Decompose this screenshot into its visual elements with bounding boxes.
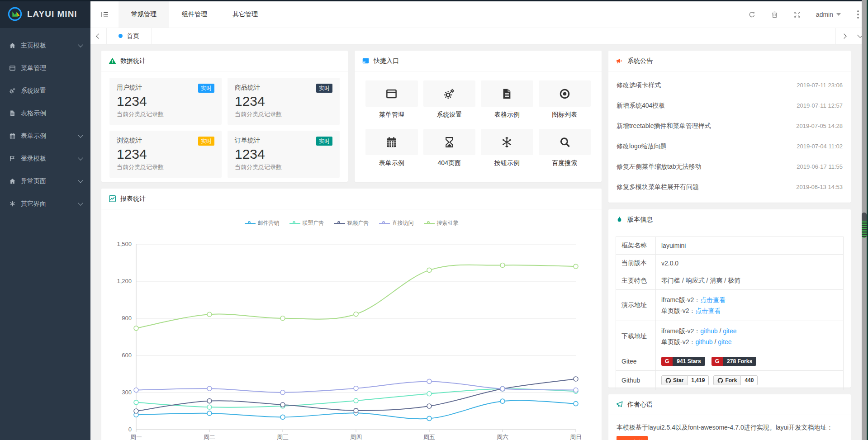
header-tab-组件管理[interactable]: 组件管理 (169, 1, 220, 28)
quick-entry-表单示例[interactable]: 表单示例 (365, 129, 418, 167)
link-github[interactable]: github (700, 327, 717, 335)
tab-home-label: 首页 (127, 32, 139, 40)
chevron-down-icon (78, 200, 83, 205)
github-count: 440 (741, 375, 758, 385)
sidebar-item-其它界面[interactable]: 其它界面 (0, 193, 90, 215)
version-row-当前版本: 当前版本v2.0.0 (616, 255, 844, 272)
panel-header: 数据统计 (101, 51, 348, 71)
quick-entry-按钮示例[interactable]: 按钮示例 (481, 129, 533, 167)
sidebar-item-菜单管理[interactable]: 菜单管理 (0, 57, 90, 80)
legend-item-视频广告[interactable]: 视频广告 (334, 219, 369, 227)
svg-text:0: 0 (128, 426, 132, 433)
notice-row[interactable]: 修复左侧菜单缩放tab无法移动2019-06-17 11:55 (617, 156, 843, 177)
quick-entry-图标列表[interactable]: 图标列表 (539, 80, 591, 119)
link-点击查看[interactable]: 点击查看 (695, 307, 721, 314)
chevron-down-icon (78, 155, 83, 160)
notice-row[interactable]: 修改选项卡样式2019-07-11 23:06 (617, 75, 843, 95)
quick-entry-系统设置[interactable]: 系统设置 (423, 80, 476, 119)
system-notice-panel: 系统公告 修改选项卡样式2019-07-11 23:06新增系统404模板201… (608, 51, 851, 203)
header-tab-常规管理[interactable]: 常规管理 (119, 1, 169, 28)
file-icon (501, 88, 513, 100)
tab-home[interactable]: 首页 (107, 28, 152, 44)
sidebar-item-异常页面[interactable]: 异常页面 (0, 170, 90, 193)
gears-icon (443, 88, 455, 100)
notice-row[interactable]: 新增treetable插件和菜单管理样式2019-07-05 14:28 (617, 116, 843, 136)
link-github[interactable]: github (695, 338, 712, 345)
notice-time: 2019-07-11 12:57 (797, 102, 843, 109)
link-gitee[interactable]: gitee (723, 327, 736, 335)
quick-entry-404页面[interactable]: 404页面 (423, 129, 476, 167)
quick-entry-表格示例[interactable]: 表格示例 (481, 80, 533, 119)
calendar-icon (9, 132, 16, 140)
link-点击查看[interactable]: 点击查看 (700, 296, 726, 303)
github-Star-widget[interactable]: Star1,419 (661, 375, 709, 385)
panel-title: 报表统计 (120, 195, 146, 203)
svg-text:周二: 周二 (204, 434, 215, 440)
legend-item-直接访问[interactable]: 直接访问 (379, 219, 414, 227)
legend-item-搜索引擎[interactable]: 搜索引擎 (424, 219, 459, 227)
scrollbar-thumb[interactable] (862, 213, 867, 238)
line-chart[interactable]: 03006009001,2001,500周一周二周三周四周五周六周日 (108, 231, 595, 440)
page-tab-bar: 首页 (90, 28, 868, 44)
warning-triangle-icon (109, 57, 116, 65)
header-tab-其它管理[interactable]: 其它管理 (220, 1, 270, 28)
notice-row[interactable]: 新增系统404模板2019-07-11 12:57 (617, 95, 843, 116)
caret-down-icon (836, 13, 841, 16)
notice-time: 2019-07-04 11:02 (797, 143, 843, 150)
notice-row[interactable]: 修复多模块菜单栏展开有问题2019-06-13 14:53 (617, 177, 843, 197)
logo[interactable]: LAYUI MINI (0, 0, 90, 28)
window-icon (385, 88, 398, 100)
refresh-button[interactable] (741, 1, 764, 28)
collapse-sidebar-button[interactable] (90, 1, 119, 28)
stat-value: 1234 (117, 94, 214, 109)
quick-entry-label: 按钮示例 (481, 159, 533, 167)
user-name: admin (816, 11, 833, 18)
sidebar-item-表单示例[interactable]: 表单示例 (0, 125, 90, 147)
link-gitee[interactable]: gitee (718, 338, 731, 345)
tabs-scroll-left-button[interactable] (90, 28, 107, 44)
quick-entry-菜单管理[interactable]: 菜单管理 (365, 80, 418, 119)
svg-text:周四: 周四 (350, 434, 362, 440)
gitee-badge[interactable]: G941 Stars (661, 357, 705, 366)
notice-row[interactable]: 修改logo缩放问题2019-07-04 11:02 (617, 136, 843, 156)
gears-icon (9, 87, 16, 95)
panel-title: 系统公告 (627, 57, 653, 65)
legend-label: 联盟广告 (303, 219, 324, 227)
tabs-scroll-right-button[interactable] (835, 28, 852, 44)
version-row-label: 主要特色 (616, 272, 656, 290)
panel-title: 版本信息 (627, 216, 653, 224)
panel-header: 快捷入口 (355, 51, 602, 71)
legend-marker (424, 221, 435, 226)
window-top-edge (0, 0, 868, 1)
sidebar-item-label: 其它界面 (21, 200, 79, 208)
sidebar-item-label: 异常页面 (21, 177, 79, 185)
clear-cache-button[interactable] (764, 1, 786, 28)
fullscreen-button[interactable] (786, 1, 809, 28)
sidebar-item-表格示例[interactable]: 表格示例 (0, 102, 90, 125)
panel-title: 作者心语 (627, 401, 653, 409)
legend-item-联盟广告[interactable]: 联盟广告 (289, 219, 324, 227)
vertical-scrollbar[interactable] (862, 0, 867, 440)
version-row-演示地址: 演示地址iframe版-v2：点击查看单页版-v2：点击查看 (616, 290, 844, 321)
notice-time: 2019-06-17 11:55 (797, 163, 843, 170)
quick-entry-百度搜索[interactable]: 百度搜索 (539, 129, 591, 167)
sidebar-item-登录模板[interactable]: 登录模板 (0, 147, 90, 170)
legend-item-邮件营销[interactable]: 邮件营销 (245, 219, 280, 227)
realtime-badge: 实时 (316, 137, 332, 146)
version-row-label: 演示地址 (616, 290, 656, 321)
report-chart-panel: 报表统计 邮件营销联盟广告视频广告直接访问搜索引擎 03006009001,20… (101, 189, 602, 440)
layui-doc-badge[interactable]: layui文档 (617, 436, 648, 440)
stat-card-订单统计: 订单统计实时1234当前分类总记录数 (228, 131, 340, 178)
version-row-主要特色: 主要特色零门槛 / 响应式 / 清爽 / 极简 (616, 272, 844, 290)
gitee-badge[interactable]: G278 Forks (711, 357, 756, 366)
sidebar-item-主页模板[interactable]: 主页模板 (0, 34, 90, 57)
user-dropdown[interactable]: admin (809, 1, 848, 28)
dot-circle-icon (559, 88, 571, 100)
file-icon (9, 110, 16, 117)
github-Fork-widget[interactable]: Fork440 (713, 375, 758, 385)
chevron-down-icon (78, 42, 83, 47)
panel-header: 版本信息 (608, 209, 851, 230)
svg-text:900: 900 (122, 315, 132, 322)
notice-text: 修复左侧菜单缩放tab无法移动 (617, 163, 701, 171)
sidebar-item-系统设置[interactable]: 系统设置 (0, 80, 90, 102)
